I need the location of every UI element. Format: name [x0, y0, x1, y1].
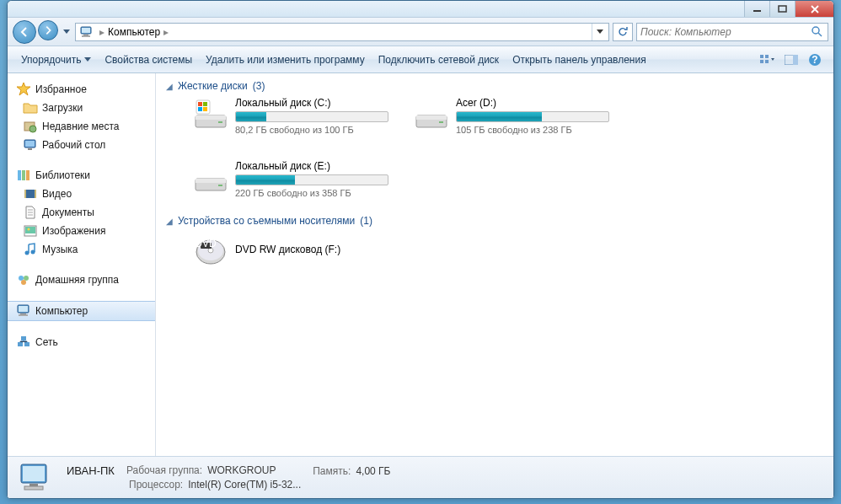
breadcrumb-arrow-icon[interactable]: ▸	[160, 26, 172, 38]
refresh-button[interactable]	[613, 23, 633, 41]
svg-rect-61	[23, 466, 45, 481]
help-button[interactable]: ?	[803, 51, 827, 69]
address-bar[interactable]: ▸ Компьютер ▸	[75, 23, 609, 41]
svg-rect-8	[765, 55, 769, 58]
folder-icon	[23, 100, 38, 115]
svg-rect-40	[21, 336, 26, 340]
svg-rect-12	[793, 55, 798, 65]
preview-pane-button[interactable]	[779, 51, 803, 69]
svg-rect-23	[24, 190, 36, 198]
sidebar-item-music[interactable]: Музыка	[8, 240, 155, 259]
sidebar-favorites-header[interactable]: Избранное	[8, 80, 155, 99]
capacity-bar	[456, 111, 609, 122]
documents-icon	[23, 205, 38, 220]
view-options-button[interactable]	[756, 51, 779, 69]
maximize-button[interactable]	[769, 1, 795, 17]
drive-freespace: 80,2 ГБ свободно из 100 ГБ	[235, 125, 388, 135]
computer-icon	[79, 25, 94, 39]
map-network-drive-button[interactable]: Подключить сетевой диск	[372, 51, 506, 69]
group-header-hdd[interactable]: ◢Жесткие диски (3)	[166, 80, 823, 92]
svg-rect-37	[19, 314, 28, 316]
drive-name: Локальный диск (E:)	[235, 160, 388, 172]
open-control-panel-button[interactable]: Открыть панель управления	[506, 51, 653, 69]
svg-rect-25	[35, 190, 36, 198]
sidebar-libraries-header[interactable]: Библиотеки	[8, 166, 155, 185]
chevron-down-icon	[84, 57, 91, 62]
navigation-pane: Избранное Загрузки Недавние места Рабочи…	[8, 73, 156, 456]
svg-point-6	[812, 27, 819, 34]
details-pane: ИВАН-ПКРабочая группа: WORKGROUP Процесс…	[8, 456, 833, 498]
content-pane: ◢Жесткие диски (3) Локальный диск (C:)80…	[156, 73, 833, 456]
capacity-bar	[235, 174, 388, 185]
dvd-drive-icon: DVD	[193, 232, 228, 267]
sidebar-item-desktop[interactable]: Рабочий стол	[8, 136, 155, 154]
sidebar-network[interactable]: Сеть	[8, 333, 155, 351]
svg-point-31	[19, 276, 24, 281]
drive-name: Локальный диск (C:)	[235, 97, 388, 109]
svg-rect-36	[20, 314, 26, 314]
search-icon[interactable]	[811, 25, 824, 39]
sidebar-computer[interactable]: Компьютер	[8, 301, 155, 321]
svg-rect-7	[760, 55, 763, 58]
back-button[interactable]	[13, 20, 36, 44]
svg-rect-39	[24, 342, 29, 346]
titlebar	[8, 1, 833, 18]
svg-rect-22	[26, 170, 29, 180]
svg-rect-21	[22, 170, 25, 180]
drive-item[interactable]: Локальный диск (E:)220 ГБ свободно из 35…	[193, 160, 388, 198]
organize-button[interactable]: Упорядочить	[14, 51, 98, 69]
search-box[interactable]	[636, 23, 828, 41]
sidebar-item-downloads[interactable]: Загрузки	[8, 99, 155, 117]
svg-point-29	[25, 251, 29, 255]
homegroup-icon	[16, 272, 31, 287]
svg-rect-53	[196, 179, 226, 183]
forward-button[interactable]	[38, 20, 58, 40]
network-icon	[16, 335, 31, 350]
group-header-removable[interactable]: ◢Устройства со съемными носителями (1)	[166, 215, 823, 227]
collapse-icon: ◢	[166, 217, 173, 226]
command-bar: Упорядочить Свойства системы Удалить или…	[8, 46, 833, 73]
capacity-bar	[235, 111, 388, 122]
computer-icon	[16, 303, 31, 319]
svg-rect-20	[18, 170, 21, 180]
breadcrumb-location[interactable]: Компьютер	[108, 26, 160, 38]
explorer-window: ▸ Компьютер ▸ Упорядочить Свойства систе…	[7, 0, 834, 499]
drive-item[interactable]: Acer (D:)105 ГБ свободно из 238 ГБ	[414, 97, 609, 135]
svg-rect-54	[218, 185, 222, 186]
history-dropdown[interactable]	[62, 20, 72, 44]
svg-rect-27	[25, 227, 35, 233]
svg-rect-42	[196, 115, 226, 120]
svg-rect-18	[25, 141, 35, 147]
navigation-bar: ▸ Компьютер ▸	[8, 18, 833, 46]
svg-point-30	[31, 250, 35, 255]
sidebar-item-videos[interactable]: Видео	[8, 185, 155, 203]
svg-rect-43	[218, 121, 222, 123]
search-input[interactable]	[640, 26, 811, 38]
svg-rect-48	[203, 107, 207, 111]
close-button[interactable]	[795, 1, 833, 17]
drive-item[interactable]: Локальный диск (C:)80,2 ГБ свободно из 1…	[193, 97, 388, 135]
address-dropdown[interactable]	[592, 24, 607, 40]
uninstall-program-button[interactable]: Удалить или изменить программу	[199, 51, 372, 69]
svg-rect-24	[24, 190, 26, 198]
svg-text:?: ?	[812, 54, 817, 66]
svg-point-33	[21, 280, 26, 285]
system-properties-button[interactable]: Свойства системы	[98, 51, 199, 69]
svg-rect-46	[203, 102, 207, 106]
sidebar-item-documents[interactable]: Документы	[8, 203, 155, 222]
svg-rect-4	[83, 35, 88, 35]
sidebar-homegroup[interactable]: Домашняя группа	[8, 271, 155, 289]
svg-rect-50	[416, 115, 447, 120]
sidebar-item-pictures[interactable]: Изображения	[8, 222, 155, 240]
svg-rect-63	[24, 486, 43, 490]
sidebar-item-recent[interactable]: Недавние места	[8, 117, 155, 136]
dvd-drive-label[interactable]: DVD RW дисковод (F:)	[235, 244, 340, 255]
svg-point-28	[28, 228, 30, 231]
desktop-icon	[23, 137, 38, 153]
svg-rect-51	[439, 121, 443, 123]
svg-text:DVD: DVD	[195, 238, 217, 249]
recent-icon	[23, 119, 38, 134]
minimize-button[interactable]	[744, 1, 769, 17]
svg-rect-35	[19, 306, 28, 312]
computer-large-icon	[18, 461, 55, 495]
